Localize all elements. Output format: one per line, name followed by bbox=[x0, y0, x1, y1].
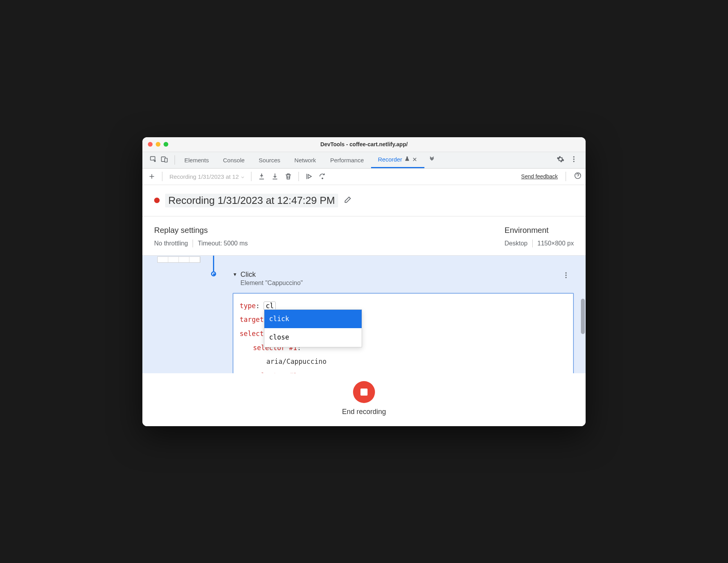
divider bbox=[162, 172, 162, 181]
step-header[interactable]: ▼ Click bbox=[233, 271, 574, 279]
replay-settings: Replay settings No throttling Timeout: 5… bbox=[154, 226, 248, 247]
svg-point-4 bbox=[573, 158, 574, 160]
divider bbox=[251, 172, 251, 181]
step-code-editor[interactable]: type: cl target select selector #1: aria… bbox=[233, 293, 574, 373]
tab-console[interactable]: Console bbox=[216, 152, 252, 168]
autocomplete-option-click[interactable]: click bbox=[264, 310, 362, 329]
step-thumbnail[interactable] bbox=[157, 256, 200, 263]
settings-row: Replay settings No throttling Timeout: 5… bbox=[142, 216, 586, 256]
export-icon[interactable] bbox=[256, 171, 267, 182]
step-kebab-icon[interactable] bbox=[562, 271, 570, 281]
code-key-selectors: select bbox=[240, 330, 264, 338]
new-recording-button[interactable] bbox=[146, 171, 157, 182]
tab-recorder[interactable]: Recorder ✕ bbox=[371, 152, 425, 168]
replay-icon[interactable] bbox=[304, 171, 315, 182]
svg-rect-2 bbox=[165, 158, 167, 162]
step-content: ▼ Click Element "Cappuccino" type: cl ta… bbox=[233, 259, 574, 373]
traffic-lights bbox=[142, 142, 168, 147]
divider bbox=[193, 240, 193, 247]
type-value-input[interactable]: cl bbox=[264, 301, 275, 310]
divider bbox=[566, 172, 566, 181]
tab-network[interactable]: Network bbox=[288, 152, 323, 168]
close-tab-icon[interactable]: ✕ bbox=[412, 156, 417, 163]
recording-indicator-icon bbox=[154, 198, 160, 203]
code-key-target: target bbox=[240, 316, 264, 323]
svg-rect-0 bbox=[151, 156, 155, 160]
device-toolbar-icon[interactable] bbox=[160, 155, 168, 165]
end-recording-button[interactable] bbox=[353, 381, 375, 403]
main-kebab-icon[interactable] bbox=[570, 155, 578, 165]
step-title: Click bbox=[240, 271, 256, 279]
divider bbox=[175, 155, 175, 165]
recording-header: Recording 1/31/2023 at 12:47:29 PM bbox=[142, 185, 586, 216]
divider bbox=[532, 240, 533, 247]
footer: End recording bbox=[142, 373, 586, 426]
send-feedback-link[interactable]: Send feedback bbox=[521, 173, 558, 180]
chevron-down-icon: ⌵ bbox=[241, 174, 244, 179]
step-over-icon[interactable] bbox=[317, 171, 328, 182]
device-value[interactable]: Desktop bbox=[504, 240, 528, 247]
environment-settings: Environment Desktop 1150×800 px bbox=[504, 226, 574, 247]
svg-point-6 bbox=[322, 178, 323, 179]
edit-title-icon[interactable] bbox=[344, 195, 352, 205]
experimental-flask-icon bbox=[404, 156, 410, 163]
autocomplete-option-close[interactable]: close bbox=[264, 328, 362, 347]
step-area: ▼ Click Element "Cappuccino" type: cl ta… bbox=[142, 256, 586, 373]
delete-icon[interactable] bbox=[283, 171, 294, 182]
autocomplete-popup: click close bbox=[264, 309, 362, 347]
settings-gear-icon[interactable] bbox=[557, 155, 564, 165]
tab-elements[interactable]: Elements bbox=[177, 152, 216, 168]
stop-icon bbox=[360, 389, 368, 396]
replay-settings-heading: Replay settings bbox=[154, 226, 248, 235]
tab-sources[interactable]: Sources bbox=[252, 152, 288, 168]
divider bbox=[298, 172, 299, 181]
svg-point-9 bbox=[565, 274, 566, 276]
svg-point-3 bbox=[573, 156, 574, 158]
throttling-value[interactable]: No throttling bbox=[154, 240, 188, 247]
titlebar: DevTools - coffee-cart.netlify.app/ bbox=[142, 137, 586, 152]
panel-tabs: Elements Console Sources Network Perform… bbox=[177, 152, 424, 168]
end-recording-label: End recording bbox=[142, 408, 586, 416]
scrollbar-thumb[interactable] bbox=[581, 299, 585, 334]
close-window-button[interactable] bbox=[148, 142, 153, 147]
timeout-value[interactable]: Timeout: 5000 ms bbox=[198, 240, 248, 247]
caret-down-icon: ▼ bbox=[233, 272, 237, 277]
maximize-window-button[interactable] bbox=[164, 142, 168, 147]
main-tabs-bar: Elements Console Sources Network Perform… bbox=[142, 152, 586, 169]
timeline-line bbox=[213, 256, 214, 271]
minimize-window-button[interactable] bbox=[156, 142, 160, 147]
svg-point-5 bbox=[573, 161, 574, 162]
recording-selector[interactable]: Recording 1/31/2023 at 12 ⌵ bbox=[167, 173, 246, 180]
viewport-value[interactable]: 1150×800 px bbox=[537, 240, 574, 247]
help-icon[interactable] bbox=[574, 172, 582, 181]
svg-point-8 bbox=[565, 272, 566, 273]
devtools-window: DevTools - coffee-cart.netlify.app/ Elem… bbox=[142, 137, 586, 426]
timeline-dot bbox=[211, 271, 216, 276]
inspect-element-icon[interactable] bbox=[149, 155, 157, 165]
code-key-type: type bbox=[240, 302, 256, 310]
step-subtitle: Element "Cappuccino" bbox=[240, 280, 574, 287]
selector-1-value[interactable]: aria/Cappuccino bbox=[266, 358, 327, 365]
environment-heading: Environment bbox=[504, 226, 548, 235]
more-tabs-icon[interactable] bbox=[424, 156, 439, 164]
window-title: DevTools - coffee-cart.netlify.app/ bbox=[142, 141, 586, 147]
tab-performance[interactable]: Performance bbox=[323, 152, 371, 168]
svg-point-10 bbox=[565, 277, 566, 278]
import-icon[interactable] bbox=[269, 171, 280, 182]
recording-title[interactable]: Recording 1/31/2023 at 12:47:29 PM bbox=[165, 194, 338, 207]
recorder-toolbar: Recording 1/31/2023 at 12 ⌵ Send feedbac… bbox=[142, 169, 586, 185]
selector-2-label-partial: selector #2: bbox=[253, 372, 301, 373]
